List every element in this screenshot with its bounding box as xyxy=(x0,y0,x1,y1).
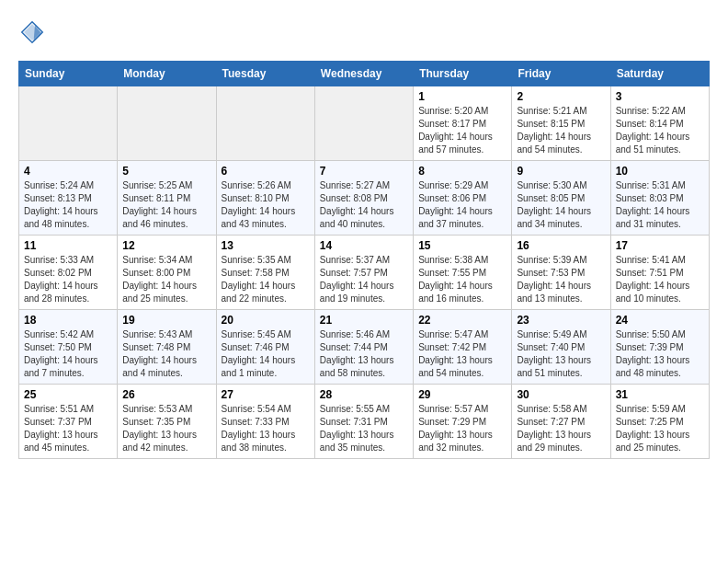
calendar-cell: 16Sunrise: 5:39 AM Sunset: 7:53 PM Dayli… xyxy=(512,236,610,310)
calendar-cell: 22Sunrise: 5:47 AM Sunset: 7:42 PM Dayli… xyxy=(414,310,512,385)
day-info: Sunrise: 5:30 AM Sunset: 8:05 PM Dayligh… xyxy=(517,179,605,231)
weekday-friday: Friday xyxy=(512,62,610,86)
day-number: 4 xyxy=(24,165,112,178)
weekday-saturday: Saturday xyxy=(610,62,709,86)
calendar-cell: 20Sunrise: 5:45 AM Sunset: 7:46 PM Dayli… xyxy=(216,310,314,385)
day-number: 5 xyxy=(122,165,210,178)
calendar-week-4: 18Sunrise: 5:42 AM Sunset: 7:50 PM Dayli… xyxy=(19,310,710,385)
day-number: 10 xyxy=(616,165,704,178)
day-info: Sunrise: 5:29 AM Sunset: 8:06 PM Dayligh… xyxy=(418,179,506,231)
calendar-cell: 14Sunrise: 5:37 AM Sunset: 7:57 PM Dayli… xyxy=(314,236,413,310)
day-info: Sunrise: 5:34 AM Sunset: 8:00 PM Dayligh… xyxy=(122,254,210,305)
calendar-week-3: 11Sunrise: 5:33 AM Sunset: 8:02 PM Dayli… xyxy=(19,236,710,310)
day-info: Sunrise: 5:47 AM Sunset: 7:42 PM Dayligh… xyxy=(418,328,506,380)
day-info: Sunrise: 5:55 AM Sunset: 7:31 PM Dayligh… xyxy=(320,403,408,454)
day-info: Sunrise: 5:27 AM Sunset: 8:08 PM Dayligh… xyxy=(320,179,408,231)
day-info: Sunrise: 5:50 AM Sunset: 7:39 PM Dayligh… xyxy=(616,328,704,380)
day-number: 23 xyxy=(517,314,605,327)
calendar-cell: 7Sunrise: 5:27 AM Sunset: 8:08 PM Daylig… xyxy=(314,161,413,236)
day-info: Sunrise: 5:20 AM Sunset: 8:17 PM Dayligh… xyxy=(418,105,506,156)
day-number: 2 xyxy=(517,90,605,103)
day-number: 18 xyxy=(24,314,112,327)
calendar-body: 1Sunrise: 5:20 AM Sunset: 8:17 PM Daylig… xyxy=(19,86,710,459)
calendar-cell: 21Sunrise: 5:46 AM Sunset: 7:44 PM Dayli… xyxy=(314,310,413,385)
calendar-cell: 30Sunrise: 5:58 AM Sunset: 7:27 PM Dayli… xyxy=(512,385,610,459)
calendar-cell: 6Sunrise: 5:26 AM Sunset: 8:10 PM Daylig… xyxy=(216,161,314,236)
calendar-cell xyxy=(216,86,314,161)
day-number: 11 xyxy=(24,239,112,252)
calendar-cell xyxy=(19,86,118,161)
weekday-header-row: SundayMondayTuesdayWednesdayThursdayFrid… xyxy=(19,62,710,86)
weekday-monday: Monday xyxy=(118,62,216,86)
day-info: Sunrise: 5:49 AM Sunset: 7:40 PM Dayligh… xyxy=(517,328,605,380)
generalblue-logo-icon xyxy=(18,18,46,46)
day-number: 31 xyxy=(616,388,704,401)
calendar-week-2: 4Sunrise: 5:24 AM Sunset: 8:13 PM Daylig… xyxy=(19,161,710,236)
day-number: 16 xyxy=(517,239,605,252)
day-number: 21 xyxy=(320,314,408,327)
day-number: 8 xyxy=(418,165,506,178)
weekday-tuesday: Tuesday xyxy=(216,62,314,86)
day-info: Sunrise: 5:25 AM Sunset: 8:11 PM Dayligh… xyxy=(122,179,210,231)
day-info: Sunrise: 5:54 AM Sunset: 7:33 PM Dayligh… xyxy=(222,403,310,454)
calendar-week-5: 25Sunrise: 5:51 AM Sunset: 7:37 PM Dayli… xyxy=(19,385,710,459)
calendar-cell: 17Sunrise: 5:41 AM Sunset: 7:51 PM Dayli… xyxy=(610,236,709,310)
calendar-cell: 15Sunrise: 5:38 AM Sunset: 7:55 PM Dayli… xyxy=(414,236,512,310)
day-info: Sunrise: 5:33 AM Sunset: 8:02 PM Dayligh… xyxy=(24,254,112,305)
day-info: Sunrise: 5:24 AM Sunset: 8:13 PM Dayligh… xyxy=(24,179,112,231)
calendar-cell: 11Sunrise: 5:33 AM Sunset: 8:02 PM Dayli… xyxy=(19,236,118,310)
weekday-thursday: Thursday xyxy=(414,62,512,86)
logo xyxy=(18,18,51,46)
day-number: 12 xyxy=(122,239,210,252)
day-number: 25 xyxy=(24,388,112,401)
day-info: Sunrise: 5:31 AM Sunset: 8:03 PM Dayligh… xyxy=(616,179,704,231)
calendar-table: SundayMondayTuesdayWednesdayThursdayFrid… xyxy=(18,61,710,459)
calendar-cell: 2Sunrise: 5:21 AM Sunset: 8:15 PM Daylig… xyxy=(512,86,610,161)
day-number: 24 xyxy=(616,314,704,327)
calendar-cell: 31Sunrise: 5:59 AM Sunset: 7:25 PM Dayli… xyxy=(610,385,709,459)
calendar-cell: 4Sunrise: 5:24 AM Sunset: 8:13 PM Daylig… xyxy=(19,161,118,236)
day-info: Sunrise: 5:26 AM Sunset: 8:10 PM Dayligh… xyxy=(222,179,310,231)
day-info: Sunrise: 5:51 AM Sunset: 7:37 PM Dayligh… xyxy=(24,403,112,454)
calendar-cell: 8Sunrise: 5:29 AM Sunset: 8:06 PM Daylig… xyxy=(414,161,512,236)
day-number: 22 xyxy=(418,314,506,327)
calendar-cell xyxy=(118,86,216,161)
day-info: Sunrise: 5:41 AM Sunset: 7:51 PM Dayligh… xyxy=(616,254,704,305)
weekday-sunday: Sunday xyxy=(19,62,118,86)
day-info: Sunrise: 5:53 AM Sunset: 7:35 PM Dayligh… xyxy=(122,403,210,454)
day-info: Sunrise: 5:21 AM Sunset: 8:15 PM Dayligh… xyxy=(517,105,605,156)
page-header xyxy=(18,18,710,46)
day-info: Sunrise: 5:59 AM Sunset: 7:25 PM Dayligh… xyxy=(616,403,704,454)
calendar-cell: 13Sunrise: 5:35 AM Sunset: 7:58 PM Dayli… xyxy=(216,236,314,310)
day-info: Sunrise: 5:57 AM Sunset: 7:29 PM Dayligh… xyxy=(418,403,506,454)
calendar-cell: 12Sunrise: 5:34 AM Sunset: 8:00 PM Dayli… xyxy=(118,236,216,310)
day-number: 13 xyxy=(222,239,310,252)
calendar-cell: 3Sunrise: 5:22 AM Sunset: 8:14 PM Daylig… xyxy=(610,86,709,161)
calendar-cell: 18Sunrise: 5:42 AM Sunset: 7:50 PM Dayli… xyxy=(19,310,118,385)
calendar-cell: 27Sunrise: 5:54 AM Sunset: 7:33 PM Dayli… xyxy=(216,385,314,459)
calendar-cell: 1Sunrise: 5:20 AM Sunset: 8:17 PM Daylig… xyxy=(414,86,512,161)
day-number: 19 xyxy=(122,314,210,327)
day-info: Sunrise: 5:35 AM Sunset: 7:58 PM Dayligh… xyxy=(222,254,310,305)
day-info: Sunrise: 5:42 AM Sunset: 7:50 PM Dayligh… xyxy=(24,328,112,380)
calendar-cell: 5Sunrise: 5:25 AM Sunset: 8:11 PM Daylig… xyxy=(118,161,216,236)
day-number: 14 xyxy=(320,239,408,252)
calendar-cell: 9Sunrise: 5:30 AM Sunset: 8:05 PM Daylig… xyxy=(512,161,610,236)
calendar-cell: 24Sunrise: 5:50 AM Sunset: 7:39 PM Dayli… xyxy=(610,310,709,385)
day-number: 27 xyxy=(222,388,310,401)
day-info: Sunrise: 5:43 AM Sunset: 7:48 PM Dayligh… xyxy=(122,328,210,380)
day-number: 6 xyxy=(222,165,310,178)
day-info: Sunrise: 5:45 AM Sunset: 7:46 PM Dayligh… xyxy=(222,328,310,380)
day-number: 30 xyxy=(517,388,605,401)
calendar-cell xyxy=(314,86,413,161)
day-number: 17 xyxy=(616,239,704,252)
day-number: 29 xyxy=(418,388,506,401)
day-number: 26 xyxy=(122,388,210,401)
day-info: Sunrise: 5:46 AM Sunset: 7:44 PM Dayligh… xyxy=(320,328,408,380)
day-number: 28 xyxy=(320,388,408,401)
calendar-cell: 19Sunrise: 5:43 AM Sunset: 7:48 PM Dayli… xyxy=(118,310,216,385)
day-info: Sunrise: 5:37 AM Sunset: 7:57 PM Dayligh… xyxy=(320,254,408,305)
day-number: 20 xyxy=(222,314,310,327)
day-number: 9 xyxy=(517,165,605,178)
calendar-cell: 10Sunrise: 5:31 AM Sunset: 8:03 PM Dayli… xyxy=(610,161,709,236)
